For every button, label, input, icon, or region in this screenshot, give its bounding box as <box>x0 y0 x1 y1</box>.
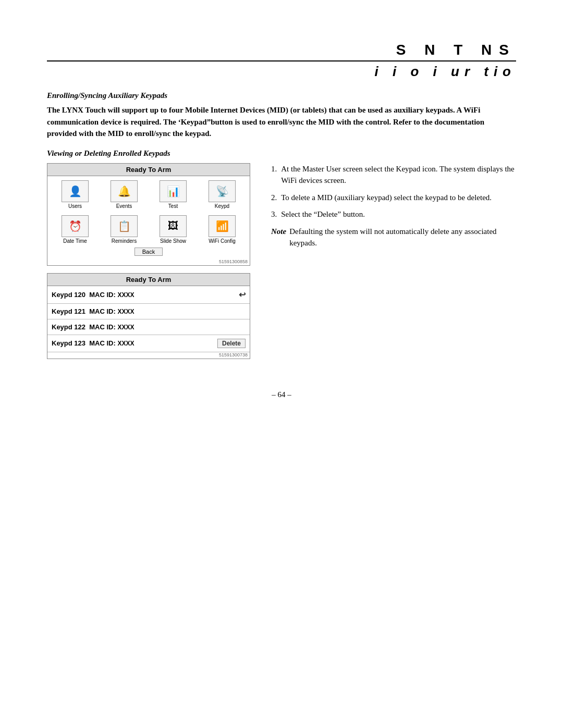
icon-slideshow: 🖼 Slide Show <box>154 215 193 244</box>
step-3: 3. Select the “Delete” button. <box>271 208 516 220</box>
screen1-icons-row1: 👤 Users 🔔 Events 📊 Test 📡 Keypd <box>47 176 250 211</box>
screen1-icons-row2: ⏰ Date Time 📋 Reminders 🖼 Slide Show 📶 W… <box>47 211 250 246</box>
screen2-mockup: Ready To Arm Keypd 120 MAC ID: XXXX ↩ Ke… <box>47 273 250 359</box>
section1-heading: Enrolling/Syncing Auxiliary Keypads <box>47 91 516 100</box>
note-block: Note Defaulting the system will not auto… <box>271 226 516 249</box>
keypd-row-0: Keypd 120 MAC ID: XXXX ↩ <box>47 286 250 304</box>
back-button[interactable]: Back <box>134 248 163 256</box>
screen2-title: Ready To Arm <box>47 274 250 286</box>
icon-wificonfig: 📶 WiFi Config <box>203 215 242 244</box>
two-col-layout: Ready To Arm 👤 Users 🔔 Events 📊 Test <box>47 163 516 359</box>
keypd-label: Keypd <box>215 203 229 209</box>
screen1-mockup: Ready To Arm 👤 Users 🔔 Events 📊 Test <box>47 163 250 266</box>
keypd-row-3-delete[interactable]: Delete <box>217 339 246 348</box>
icon-events: 🔔 Events <box>105 180 144 209</box>
keypd-row-2: Keypd 122 MAC ID: XXXX <box>47 319 250 335</box>
section1-body-strong: The LYNX Touch will support up to four M… <box>47 106 484 138</box>
slideshow-label: Slide Show <box>160 238 186 244</box>
screen1-back-row: Back <box>47 246 250 259</box>
note-text: Defaulting the system will not automatic… <box>289 226 516 249</box>
step-2-num: 2. <box>271 192 277 204</box>
datetime-icon-box: ⏰ <box>62 215 89 237</box>
icon-datetime: ⏰ Date Time <box>56 215 95 244</box>
keypd-row-3-text: Keypd 123 MAC ID: XXXX <box>52 339 217 347</box>
wificonfig-icon-box: 📶 <box>209 215 236 237</box>
keypd-icon-box: 📡 <box>209 180 236 202</box>
left-column: Ready To Arm 👤 Users 🔔 Events 📊 Test <box>47 163 255 359</box>
delete-button[interactable]: Delete <box>217 339 246 348</box>
events-icon-box: 🔔 <box>111 180 138 202</box>
screen1-title: Ready To Arm <box>47 164 250 176</box>
users-label: Users <box>68 203 82 209</box>
reminders-icon-box: 📋 <box>111 215 138 237</box>
section1-body: The LYNX Touch will support up to four M… <box>47 104 516 140</box>
wificonfig-label: WiFi Config <box>209 238 236 244</box>
step-1-num: 1. <box>271 163 277 187</box>
step-3-text: Select the “Delete” button. <box>281 208 365 220</box>
icon-users: 👤 Users <box>56 180 95 209</box>
keypd-row-0-back[interactable]: ↩ <box>239 290 246 300</box>
page-number: – 64 – <box>47 390 516 399</box>
keypd-row-1: Keypd 121 MAC ID: XXXX <box>47 304 250 319</box>
keypd-row-3: Keypd 123 MAC ID: XXXX Delete <box>47 335 250 352</box>
keypd-row-1-text: Keypd 121 MAC ID: XXXX <box>52 307 246 315</box>
right-column: 1. At the Master User screen select the … <box>271 163 516 359</box>
steps-list: 1. At the Master User screen select the … <box>271 163 516 220</box>
icon-keypd: 📡 Keypd <box>203 180 242 209</box>
step-1-text: At the Master User screen select the Key… <box>281 163 516 187</box>
datetime-label: Date Time <box>63 238 87 244</box>
header-top-line: S N T NS <box>47 42 516 58</box>
events-label: Events <box>116 203 132 209</box>
screen2-footer: 51591300738 <box>47 352 250 359</box>
header-divider <box>47 60 516 61</box>
step-2: 2. To delete a MID (auxiliary keypad) se… <box>271 192 516 204</box>
step-3-num: 3. <box>271 208 277 220</box>
screen1-footer: 51591300858 <box>47 259 250 265</box>
slideshow-icon-box: 🖼 <box>160 215 187 237</box>
test-label: Test <box>168 203 178 209</box>
step-1: 1. At the Master User screen select the … <box>271 163 516 187</box>
header-bottom-line: i i o i ur tio <box>47 64 516 80</box>
icon-test: 📊 Test <box>154 180 193 209</box>
reminders-label: Reminders <box>112 238 137 244</box>
test-icon-box: 📊 <box>160 180 187 202</box>
keypd-row-2-text: Keypd 122 MAC ID: XXXX <box>52 323 246 331</box>
note-label: Note <box>271 226 286 249</box>
page: S N T NS i i o i ur tio Enrolling/Syncin… <box>0 0 563 728</box>
keypd-row-0-text: Keypd 120 MAC ID: XXXX <box>52 291 239 299</box>
section2-heading: Viewing or Deleting Enrolled Keypads <box>47 149 516 158</box>
users-icon-box: 👤 <box>62 180 89 202</box>
step-2-text: To delete a MID (auxiliary keypad) selec… <box>281 192 492 204</box>
header-section: S N T NS i i o i ur tio <box>47 42 516 82</box>
icon-reminders: 📋 Reminders <box>105 215 144 244</box>
